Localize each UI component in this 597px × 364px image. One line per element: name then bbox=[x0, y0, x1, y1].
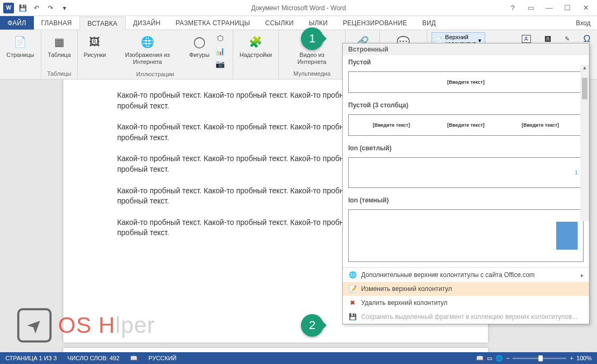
callout-1: 1 bbox=[301, 27, 323, 50]
chevron-right-icon: ▸ bbox=[581, 272, 584, 278]
view-web-icon[interactable]: 🌐 bbox=[495, 355, 503, 362]
maximize-icon[interactable]: ☐ bbox=[560, 3, 574, 13]
ribbon-options-icon[interactable]: ▭ bbox=[524, 3, 538, 13]
ribbon-group-pages: 📄 Страницы bbox=[0, 30, 41, 79]
addins-button[interactable]: 🧩 Надстройки bbox=[238, 32, 274, 60]
dropdown-item-delete-header[interactable]: ✖ Удалить верхний колонтитул bbox=[343, 296, 589, 310]
dropdown-item-edit-header[interactable]: 📝 Изменить верхний колонтитул bbox=[343, 282, 589, 296]
status-word-count[interactable]: ЧИСЛО СЛОВ: 492 bbox=[62, 355, 125, 361]
ribbon-tabs: ФАЙЛ ГЛАВНАЯ ВСТАВКА ДИЗАЙН РАЗМЕТКА СТР… bbox=[0, 16, 597, 30]
pages-button[interactable]: 📄 Страницы bbox=[4, 32, 37, 60]
ribbon-group-tables: ▦ Таблица Таблицы bbox=[41, 30, 78, 79]
screenshot-button[interactable]: 📷 bbox=[213, 58, 228, 70]
table-icon: ▦ bbox=[51, 33, 68, 50]
online-pictures-button[interactable]: 🌐 Изображения из Интернета bbox=[110, 32, 185, 70]
chart-button[interactable]: 📊 bbox=[213, 45, 228, 57]
edit-header-icon: 📝 bbox=[348, 285, 357, 293]
dropdown-item-more-office[interactable]: 🌐 Дополнительные верхние колонтитулы с с… bbox=[343, 268, 589, 282]
watermark-text: OS Hlper bbox=[58, 312, 155, 338]
tab-insert[interactable]: ВСТАВКА bbox=[80, 17, 126, 30]
zoom-slider-thumb[interactable] bbox=[538, 355, 543, 361]
gallery-item-ion-dark[interactable] bbox=[348, 209, 584, 262]
dropdown-footer: 🌐 Дополнительные верхние колонтитулы с с… bbox=[343, 267, 589, 324]
gallery-item-ion-dark-label: Ion (темный) bbox=[343, 193, 589, 207]
save-icon[interactable]: 💾 bbox=[16, 2, 29, 14]
addins-icon: 🧩 bbox=[247, 33, 264, 50]
qat-dropdown-icon[interactable]: ▾ bbox=[58, 2, 71, 14]
tab-layout[interactable]: РАЗМЕТКА СТРАНИЦЫ bbox=[168, 16, 258, 30]
tab-design[interactable]: ДИЗАЙН bbox=[126, 16, 168, 30]
status-bar: СТРАНИЦА 1 ИЗ 3 ЧИСЛО СЛОВ: 492 📖 РУССКИ… bbox=[0, 352, 597, 364]
online-pictures-icon: 🌐 bbox=[139, 33, 156, 50]
ribbon-group-illustrations: 🖼 Рисунки 🌐 Изображения из Интернета ◯ Ф… bbox=[78, 30, 233, 79]
gallery-item-blank-label: Пустой bbox=[343, 55, 589, 69]
gallery-item-ion-light[interactable]: 1 bbox=[348, 157, 584, 188]
gallery-item-blank3[interactable]: [Введите текст] [Введите текст] [Введите… bbox=[348, 114, 584, 136]
table-button[interactable]: ▦ Таблица bbox=[46, 32, 73, 60]
pictures-button[interactable]: 🖼 Рисунки bbox=[82, 32, 107, 70]
wordart-icon: 🅰 bbox=[545, 36, 551, 42]
zoom-slider[interactable] bbox=[513, 358, 566, 359]
tab-view[interactable]: ВИД bbox=[415, 16, 444, 30]
window-title: Документ Microsoft Word - Word bbox=[251, 4, 346, 12]
gallery-item-blank3-label: Пустой (3 столбца) bbox=[343, 98, 589, 112]
status-proofing-icon[interactable]: 📖 bbox=[125, 355, 143, 362]
status-page[interactable]: СТРАНИЦА 1 ИЗ 3 bbox=[0, 355, 62, 361]
delete-header-icon: ✖ bbox=[348, 299, 357, 307]
illustrations-small-buttons: ⬡ 📊 📷 bbox=[213, 32, 228, 70]
view-read-icon[interactable]: 📖 bbox=[476, 355, 484, 362]
page-icon: 📄 bbox=[12, 33, 29, 50]
quick-access-toolbar: W 💾 ↶ ↷ ▾ bbox=[0, 2, 71, 14]
dropdown-item-save-selection: 💾 Сохранить выделенный фрагмент в коллек… bbox=[343, 310, 589, 324]
sign-in-link[interactable]: Вход bbox=[576, 16, 597, 30]
ribbon-group-addins: 🧩 Надстройки bbox=[233, 30, 279, 79]
redo-icon[interactable]: ↷ bbox=[44, 2, 57, 14]
screenshot-icon: 📷 bbox=[215, 59, 225, 69]
zoom-level[interactable]: 100% bbox=[577, 355, 592, 361]
cursor-box-icon: ➤ bbox=[17, 308, 52, 343]
watermark-logo: ➤ OS Hlper bbox=[17, 308, 155, 343]
close-icon[interactable]: ✕ bbox=[579, 3, 593, 13]
view-print-icon[interactable]: ▭ bbox=[487, 355, 492, 362]
help-icon[interactable]: ? bbox=[506, 3, 520, 13]
zoom-out-icon[interactable]: − bbox=[506, 355, 509, 361]
zoom-in-icon[interactable]: + bbox=[570, 355, 573, 361]
undo-icon[interactable]: ↶ bbox=[30, 2, 43, 14]
save-selection-icon: 💾 bbox=[348, 312, 357, 321]
smartart-icon: ⬡ bbox=[215, 33, 225, 43]
dropdown-section-builtin: Встроенный bbox=[343, 43, 589, 55]
title-bar: W 💾 ↶ ↷ ▾ Документ Microsoft Word - Word… bbox=[0, 0, 597, 16]
window-controls: ? ▭ — ☐ ✕ bbox=[506, 3, 597, 13]
pictures-icon: 🖼 bbox=[86, 33, 103, 50]
tab-references[interactable]: ССЫЛКИ bbox=[257, 16, 301, 30]
signature-icon: ✎ bbox=[565, 35, 570, 42]
ion-dark-block bbox=[556, 222, 578, 250]
chart-icon: 📊 bbox=[215, 46, 225, 56]
word-app-icon[interactable]: W bbox=[2, 2, 15, 14]
minimize-icon[interactable]: — bbox=[542, 3, 556, 13]
status-language[interactable]: РУССКИЙ bbox=[143, 355, 182, 361]
scrollbar-thumb[interactable] bbox=[582, 78, 587, 99]
callout-2: 2 bbox=[301, 314, 323, 337]
shapes-button[interactable]: ◯ Фигуры bbox=[188, 32, 211, 70]
document-page[interactable]: Какой-то пробный текст. Какой-то пробный… bbox=[63, 348, 488, 352]
smartart-button[interactable]: ⬡ bbox=[213, 32, 228, 44]
gallery-item-ion-light-label: Ion (светлый) bbox=[343, 141, 589, 155]
tab-file[interactable]: ФАЙЛ bbox=[0, 16, 34, 30]
tab-review[interactable]: РЕЦЕНЗИРОВАНИЕ bbox=[335, 16, 415, 30]
shapes-icon: ◯ bbox=[191, 33, 208, 50]
tab-home[interactable]: ГЛАВНАЯ bbox=[34, 16, 80, 30]
header-gallery-dropdown: Встроенный Пустой [Введите текст] Пустой… bbox=[342, 43, 589, 324]
office-icon: 🌐 bbox=[348, 271, 357, 279]
dropdown-scrollbar[interactable]: ▲ bbox=[580, 65, 589, 221]
gallery-item-blank[interactable]: [Введите текст] bbox=[348, 71, 584, 93]
